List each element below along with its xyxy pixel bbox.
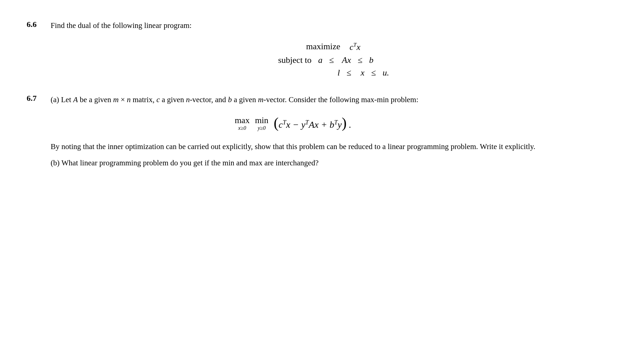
constraint2-leq2: ≤	[371, 68, 376, 78]
problem-66-header: 6.6 Find the dual of the following linea…	[27, 20, 607, 32]
constraint2-right: u.	[383, 68, 389, 78]
part-b-block: (b) What linear programming problem do y…	[51, 157, 535, 169]
objective-expr: cTx	[350, 42, 361, 52]
formula-period: .	[347, 119, 351, 130]
problem-67-header: 6.7 (a) Let A be a given m × n matrix, c…	[27, 94, 607, 169]
min-label: min	[255, 116, 268, 125]
constraint-2: l ≤ x ≤ u.	[338, 68, 389, 78]
problem-66-math: maximize cTx subject to a ≤ Ax ≤ b l	[27, 42, 607, 78]
constraint1-leq2: ≤	[358, 55, 362, 65]
constraint1-left: a	[318, 55, 323, 65]
open-paren: (	[274, 115, 279, 131]
max-label: max	[235, 116, 250, 125]
problem-67: 6.7 (a) Let A be a given m × n matrix, c…	[27, 94, 607, 169]
constraint1-mid: Ax	[342, 55, 351, 65]
maximize-label: maximize	[274, 42, 340, 52]
part-a-body: By noting that the inner optimization ca…	[51, 141, 535, 153]
constraint2-mid: x	[361, 68, 365, 78]
problem-66-number: 6.6	[27, 20, 47, 29]
constraint1-right: b	[369, 55, 374, 65]
formula-expr: (cTx − yTAx + bTy) .	[274, 116, 351, 130]
part-b-label: (b)	[51, 159, 62, 167]
problem-67-number: 6.7	[27, 94, 47, 103]
constraint2-leq: ≤	[347, 68, 351, 78]
constraints-block: subject to a ≤ Ax ≤ b l ≤ x ≤ u.	[245, 55, 389, 78]
part-a-body-text: By noting that the inner optimization ca…	[51, 142, 535, 151]
constraints-list: a ≤ Ax ≤ b l ≤ x ≤ u.	[318, 55, 389, 78]
problem-67-content: (a) Let A be a given m × n matrix, c a g…	[51, 94, 535, 169]
part-b-text: What linear programming problem do you g…	[62, 159, 319, 167]
max-subscript: x≥0	[238, 125, 246, 131]
part-a-text: Let A be a given m × n matrix, c a given…	[61, 95, 418, 104]
close-paren: )	[342, 115, 347, 131]
part-a-block: (a) Let A be a given m × n matrix, c a g…	[51, 94, 535, 106]
max-operator: max x≥0	[235, 116, 250, 131]
constraint1-leq1: ≤	[329, 55, 334, 65]
problem-66-title: Find the dual of the following linear pr…	[51, 20, 192, 32]
min-operator: min y≥0	[255, 116, 268, 131]
constraint-1: a ≤ Ax ≤ b	[318, 55, 389, 65]
max-min-row: max x≥0 min y≥0 (cTx − yTAx + bTy) .	[235, 116, 351, 131]
max-min-formula-block: max x≥0 min y≥0 (cTx − yTAx + bTy) .	[51, 116, 535, 131]
maximize-row: maximize cTx	[274, 42, 361, 52]
constraint2-left: l	[338, 68, 340, 78]
subject-label: subject to	[245, 55, 312, 65]
problem-66: 6.6 Find the dual of the following linea…	[27, 20, 607, 78]
part-a-label: (a)	[51, 95, 61, 104]
min-subscript: y≥0	[258, 125, 266, 131]
